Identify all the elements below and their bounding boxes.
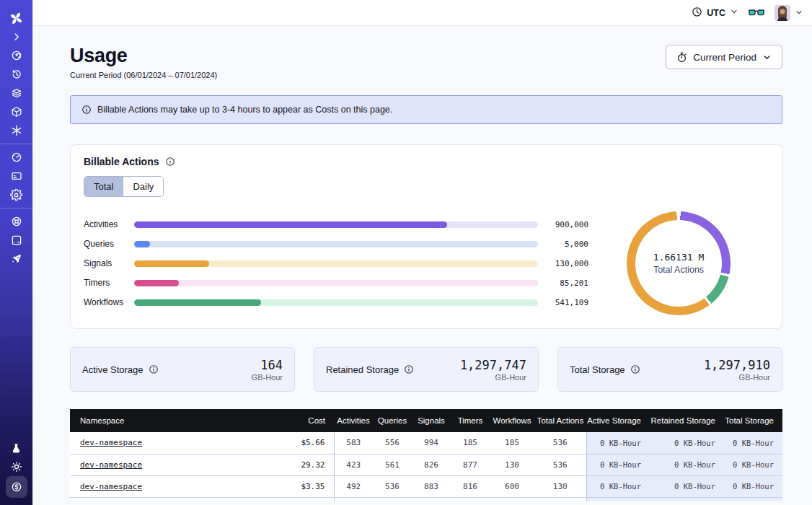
codec-glasses-icon[interactable] bbox=[749, 7, 764, 19]
storage-card-unit: GB-Hour bbox=[460, 373, 526, 382]
bar-track bbox=[134, 221, 538, 228]
bar-track bbox=[134, 241, 538, 247]
nexus-asterisk-icon[interactable] bbox=[6, 121, 27, 140]
storage-card-unit: GB-Hour bbox=[704, 373, 770, 382]
bar-fill bbox=[134, 241, 150, 247]
storage-card-value: 1,297,747 bbox=[460, 358, 526, 372]
bar-label: Signals bbox=[84, 258, 134, 268]
table-header-row: Namespace Cost Activities Queries Signal… bbox=[70, 409, 782, 432]
donut-center-value: 1.66131 M bbox=[653, 252, 704, 263]
theme-sun-icon[interactable] bbox=[6, 457, 27, 476]
info-icon[interactable] bbox=[165, 157, 175, 167]
usage-gauge-icon[interactable] bbox=[6, 148, 27, 167]
storage-card-label: Total Storage bbox=[570, 364, 625, 375]
cell-total-storage: 0 KB-Hour bbox=[724, 454, 782, 475]
bar-row-workflows: Workflows 541,109 bbox=[84, 297, 588, 307]
settings-gear-icon[interactable] bbox=[6, 185, 27, 204]
topbar: UTC bbox=[33, 0, 812, 26]
tab-daily[interactable]: Daily bbox=[123, 177, 163, 196]
info-icon bbox=[81, 105, 92, 115]
cell-active-storage: 0 KB-Hour bbox=[586, 454, 650, 475]
namespace-link[interactable]: dev-namespace bbox=[80, 482, 142, 491]
storage-card-value: 1,297,910 bbox=[704, 358, 770, 372]
table-row: dev-namespace $5.66 583 556 994 185 185 … bbox=[70, 432, 782, 454]
timezone-label: UTC bbox=[707, 8, 725, 18]
sidebar-divider bbox=[0, 144, 33, 144]
chevron-down-icon bbox=[730, 7, 738, 18]
active-storage-card: Active Storage 164 GB-Hour bbox=[70, 347, 295, 392]
cell-cost: $3.35 bbox=[270, 475, 334, 497]
period-button-label: Current Period bbox=[693, 52, 756, 63]
namespace-link[interactable]: dev-namespace bbox=[80, 460, 142, 470]
billing-card-icon[interactable] bbox=[6, 167, 27, 185]
bar-value: 5,000 bbox=[538, 240, 588, 249]
storage-card-label: Active Storage bbox=[82, 364, 144, 375]
labs-flask-icon[interactable] bbox=[6, 439, 27, 457]
column-header-total-storage: Total Storage bbox=[724, 409, 782, 432]
cell-active-storage: 0 KB-Hour bbox=[586, 475, 650, 497]
column-header-total-actions: Total Actions bbox=[534, 409, 586, 432]
info-icon[interactable] bbox=[630, 364, 640, 374]
donut-center-label: Total Actions bbox=[653, 265, 704, 275]
getting-started-rocket-icon[interactable] bbox=[6, 250, 27, 268]
usage-dollar-icon[interactable] bbox=[6, 476, 27, 498]
bar-value: 900,000 bbox=[538, 220, 588, 229]
bar-track bbox=[134, 299, 538, 306]
info-banner: Billable Actions may take up to 3-4 hour… bbox=[70, 95, 782, 124]
billable-view-toggle: Total Daily bbox=[84, 176, 164, 197]
cell-queries: 556 bbox=[373, 432, 412, 454]
cell-total-storage: 0 KB-Hour bbox=[724, 432, 782, 454]
cell-queries: 561 bbox=[373, 454, 412, 475]
timezone-selector[interactable]: UTC bbox=[692, 6, 738, 19]
bar-track bbox=[134, 260, 538, 267]
page-subtitle: Current Period (06/01/2024 – 07/01/2024) bbox=[70, 71, 217, 79]
bar-row-timers: Timers 85,201 bbox=[84, 278, 588, 288]
column-header-namespace: Namespace bbox=[70, 409, 270, 432]
billable-actions-card: Billable Actions Total Daily Activities … bbox=[70, 144, 782, 329]
cell-activities: 423 bbox=[334, 454, 373, 475]
storage-card-unit: GB-Hour bbox=[252, 373, 283, 382]
stopwatch-icon bbox=[676, 52, 687, 63]
column-header-active-storage: Active Storage bbox=[586, 409, 650, 432]
info-icon[interactable] bbox=[404, 364, 414, 374]
billable-bar-chart: Activities 900,000 Queries 5,000 Signals… bbox=[84, 219, 588, 307]
cell-workflows: 185 bbox=[490, 432, 534, 454]
bar-label: Activities bbox=[84, 219, 134, 229]
banner-text: Billable Actions may take up to 3-4 hour… bbox=[97, 105, 392, 115]
deployments-cube-icon[interactable] bbox=[6, 102, 27, 121]
cell-signals: 883 bbox=[412, 475, 451, 497]
cell-total-storage: 0 KB-Hour bbox=[724, 475, 782, 497]
schedules-clock-icon[interactable] bbox=[6, 65, 27, 84]
temporal-logo-icon[interactable] bbox=[6, 9, 27, 27]
column-header-workflows: Workflows bbox=[490, 409, 534, 432]
bar-value: 541,109 bbox=[538, 298, 588, 307]
layers-icon[interactable] bbox=[6, 84, 27, 102]
storage-summary-row: Active Storage 164 GB-Hour Retained Stor… bbox=[70, 347, 782, 392]
table-row-partial bbox=[70, 497, 782, 501]
docs-terminal-icon[interactable] bbox=[6, 231, 27, 250]
column-header-cost: Cost bbox=[270, 409, 334, 432]
bar-value: 85,201 bbox=[538, 278, 588, 288]
total-storage-card: Total Storage 1,297,910 GB-Hour bbox=[557, 347, 782, 392]
cell-activities: 583 bbox=[334, 432, 373, 454]
expand-chevron-icon[interactable] bbox=[6, 27, 27, 46]
bar-fill bbox=[134, 299, 261, 306]
column-header-retained-storage: Retained Storage bbox=[650, 409, 724, 432]
cell-activities: 492 bbox=[334, 475, 373, 497]
column-header-queries: Queries bbox=[373, 409, 412, 432]
namespace-link[interactable]: dev-namespace bbox=[80, 438, 142, 447]
info-icon[interactable] bbox=[149, 364, 159, 374]
table-row: dev-namespace $3.35 492 536 883 816 600 … bbox=[70, 475, 782, 497]
period-selector-button[interactable]: Current Period bbox=[666, 45, 782, 69]
sidebar bbox=[0, 0, 33, 505]
namespace-usage-table: Namespace Cost Activities Queries Signal… bbox=[70, 409, 782, 501]
main-area: UTC Usage Current Period (06/01/2024 – 0… bbox=[33, 0, 812, 505]
bar-label: Queries bbox=[84, 239, 134, 249]
user-menu[interactable] bbox=[775, 5, 803, 21]
support-lifebuoy-icon[interactable] bbox=[6, 212, 27, 231]
cell-cost: 29.32 bbox=[270, 454, 334, 475]
tab-total[interactable]: Total bbox=[84, 177, 123, 196]
column-header-activities: Activities bbox=[334, 409, 373, 432]
namespaces-spiral-icon[interactable] bbox=[6, 46, 27, 65]
cell-workflows: 130 bbox=[490, 454, 534, 475]
